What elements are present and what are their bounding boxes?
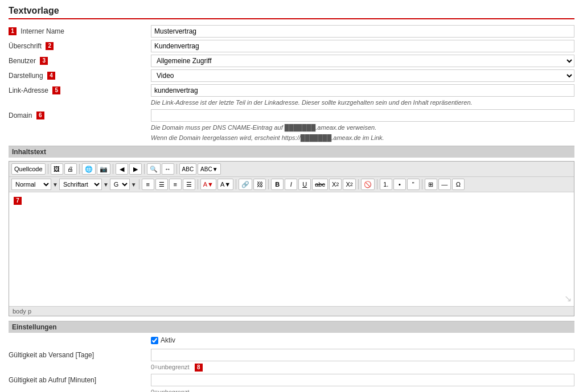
badge-1: 1 [9, 27, 17, 35]
remove-format-button[interactable]: 🚫 [361, 179, 375, 190]
benutzer-select[interactable]: Allgemeine Zugriff [151, 55, 574, 67]
font-select[interactable]: Schriftart [59, 179, 102, 190]
domain-row: Domain 6 [9, 109, 574, 122]
special-char-button[interactable]: Ω [452, 179, 465, 190]
page-title: Textvorlage [9, 6, 574, 19]
undo-button[interactable]: ◀ [116, 163, 128, 175]
separator6 [139, 179, 139, 189]
ueberschrift-label: Überschrift 2 [9, 42, 151, 51]
separator9 [268, 179, 269, 189]
preview-button[interactable]: 🖼 [51, 163, 63, 175]
gueltigkeit-aufruf-input[interactable] [151, 374, 574, 386]
separator2 [79, 164, 80, 174]
replace-button[interactable]: ↔ [162, 163, 174, 175]
gueltigkeit-aufruf-row: Gültigkeit ab Aufruf [Minuten] [9, 374, 574, 386]
toolbar-row1: Quellcode 🖼 🖨 🌐 📷 ◀ ▶ [9, 162, 574, 177]
gueltigkeit-aufruf-sub: 0=unbegrenzt [151, 389, 574, 392]
inhaltstext-section-header: Inhaltstext [9, 146, 574, 158]
gueltigkeit-versand-input[interactable] [151, 349, 574, 361]
superscript-button[interactable]: X2 [343, 179, 355, 190]
aktiv-row: Aktiv [151, 336, 574, 344]
gueltigkeit-versand-row: Gültigkeit ab Versand [Tage] [9, 349, 574, 361]
strikethrough-button[interactable]: abc [312, 179, 328, 190]
unordered-list-button[interactable]: • [393, 179, 406, 190]
separator4 [144, 164, 145, 174]
badge-8: 8 [195, 364, 203, 372]
darstellung-select[interactable]: Video [151, 69, 574, 82]
replace-icon: ↔ [165, 166, 171, 172]
darstellung-row: Darstellung 4 Video [9, 69, 574, 82]
globe-icon: 🌐 [85, 166, 93, 173]
format-select[interactable]: Normal [11, 179, 51, 190]
separator7 [198, 179, 198, 189]
print-icon: 🖨 [67, 166, 73, 172]
subscript-button[interactable]: X2 [329, 179, 342, 190]
interner-name-row: 1 Interner Name [9, 25, 574, 38]
separator12 [422, 179, 422, 189]
unlink-button[interactable]: ⛓ [253, 179, 266, 190]
benutzer-label: Benutzer 3 [9, 57, 151, 65]
spellcheck-button[interactable]: ABC [179, 163, 197, 175]
badge-6: 6 [36, 112, 44, 119]
search-button[interactable]: 🔍 [147, 163, 161, 175]
editor-area: Quellcode 🖼 🖨 🌐 📷 ◀ ▶ [9, 161, 574, 316]
redo-button[interactable]: ▶ [129, 163, 142, 175]
link-button[interactable]: 🔗 [239, 179, 252, 190]
preview-icon: 🖼 [54, 166, 60, 172]
align-left-button[interactable]: ≡ [142, 179, 154, 190]
editor-content[interactable]: 7 [9, 192, 574, 306]
highlight-button[interactable]: A▼ [217, 179, 233, 190]
font-color-button[interactable]: A▼ [200, 179, 216, 190]
spellcheck2-button[interactable]: ABC▼ [198, 163, 220, 175]
undo-icon: ◀ [120, 166, 124, 173]
justify-button[interactable]: ☰ [183, 179, 195, 190]
interner-name-label: 1 Interner Name [9, 27, 151, 36]
gueltigkeit-versand-label: Gültigkeit ab Versand [Tage] [9, 351, 151, 359]
link-adresse-label: Link-Adresse 5 [9, 86, 151, 95]
blockquote-button[interactable]: " [407, 179, 420, 190]
underline-button[interactable]: U [298, 179, 311, 190]
separator3 [113, 164, 113, 174]
align-center-button[interactable]: ☰ [155, 179, 168, 190]
link-adresse-row: Link-Adresse 5 [9, 84, 574, 97]
align-right-button[interactable]: ≡ [169, 179, 182, 190]
domain-input[interactable] [151, 109, 574, 122]
format-dropdown-icon: ▼ [52, 181, 58, 188]
separator11 [377, 179, 377, 189]
image-icon: 📷 [100, 166, 108, 173]
domain-label: Domain 6 [9, 112, 151, 120]
badge-5: 5 [52, 86, 60, 94]
darstellung-label: Darstellung 4 [9, 72, 151, 80]
globe-button[interactable]: 🌐 [82, 163, 96, 175]
gueltigkeit-aufruf-label: Gültigkeit ab Aufruf [Minuten] [9, 376, 151, 384]
quellcode-button[interactable]: Quellcode [11, 163, 46, 175]
size-select[interactable]: G... [110, 179, 130, 190]
link-adresse-input[interactable] [151, 84, 574, 97]
resize-handle: ↘ [564, 293, 572, 304]
badge-7: 7 [14, 197, 22, 205]
table-button[interactable]: ⊞ [425, 179, 437, 190]
ordered-list-button[interactable]: 1. [380, 179, 392, 190]
aktiv-checkbox[interactable] [151, 337, 158, 344]
interner-name-input[interactable] [151, 25, 574, 38]
size-dropdown-icon: ▼ [131, 181, 137, 188]
print-button[interactable]: 🖨 [64, 163, 77, 175]
toolbar-row2: Normal ▼ Schriftart ▼ G... ▼ ≡ ☰ ≡ ☰ A▼ … [9, 177, 574, 192]
ueberschrift-row: Überschrift 2 [9, 40, 574, 52]
gueltigkeit-versand-sub: 0=unbegrenzt 8 [151, 364, 574, 372]
search-icon: 🔍 [150, 166, 158, 173]
bold-button[interactable]: B [271, 179, 284, 190]
aktiv-label: Aktiv [161, 336, 175, 344]
ueberschrift-input[interactable] [151, 40, 574, 52]
badge-4: 4 [47, 72, 55, 80]
editor-status: body p [9, 306, 574, 316]
image-button[interactable]: 📷 [97, 163, 110, 175]
einstellungen-section-header: Einstellungen [9, 321, 574, 333]
separator10 [358, 179, 359, 189]
badge-2: 2 [46, 42, 54, 50]
link-info-text: Die Link-Adresse ist der letzte Teil in … [151, 99, 574, 106]
hr-button[interactable]: — [438, 179, 451, 190]
separator8 [236, 179, 236, 189]
italic-button[interactable]: I [285, 179, 297, 190]
badge-3: 3 [40, 57, 48, 65]
